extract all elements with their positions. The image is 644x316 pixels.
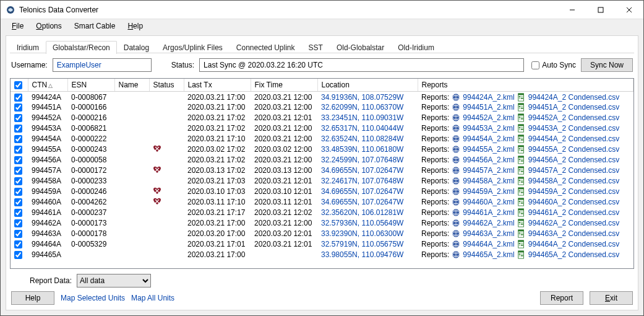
row-checkbox[interactable]: [14, 114, 22, 122]
col-header-checkbox[interactable]: [11, 79, 28, 92]
location-link[interactable]: 33.48539N, 110.06180W: [321, 145, 403, 154]
csv-link[interactable]: 994461A_2 Condensed.csv: [528, 208, 619, 217]
csv-link[interactable]: 994455A_2 Condensed.csv: [528, 145, 619, 154]
location-link[interactable]: 32.57919N, 110.05675W: [321, 240, 403, 248]
location-link[interactable]: 34.69655N, 107.02647W: [321, 166, 403, 175]
tab-old-iridium[interactable]: Old-Iridium: [391, 41, 441, 54]
location-link[interactable]: 32.24617N, 107.07648W: [321, 177, 403, 185]
location-link[interactable]: 34.69655N, 107.02647W: [321, 198, 403, 206]
menu-options[interactable]: Options: [30, 20, 67, 32]
row-checkbox[interactable]: [14, 198, 22, 206]
table-row[interactable]: 994456A0-00000582020.03.21 17:022020.03.…: [11, 155, 633, 165]
tab-old-globalstar[interactable]: Old-Globalstar: [330, 41, 391, 54]
tab-datalog[interactable]: Datalog: [117, 41, 156, 54]
row-checkbox[interactable]: [14, 177, 22, 185]
map-selected-units-link[interactable]: Map Selected Units: [61, 294, 125, 302]
table-row[interactable]: 994462A0-00001732020.03.21 17:002020.03.…: [11, 218, 633, 229]
help-button[interactable]: Help: [11, 291, 54, 305]
csv-link[interactable]: 994463A_2 Condensed.csv: [528, 229, 619, 238]
csv-link[interactable]: 994465A_2 Condensed.csv: [528, 250, 619, 259]
col-header-esn[interactable]: ESN: [67, 79, 114, 92]
table-row[interactable]: 994451A0-00001662020.03.21 17:002020.03.…: [11, 102, 633, 113]
kml-link[interactable]: 994457A_2.kml: [463, 166, 514, 175]
table-row[interactable]: 994454A0-00002222020.03.21 17:102020.03.…: [11, 134, 633, 144]
table-row[interactable]: 994452A0-00002162020.03.21 17:022020.03.…: [11, 113, 633, 123]
autosync-checkbox[interactable]: [531, 61, 539, 69]
row-checkbox[interactable]: [14, 251, 22, 259]
row-checkbox[interactable]: [14, 188, 22, 196]
csv-link[interactable]: 994464A_2 Condensed.csv: [528, 240, 619, 248]
username-link[interactable]: ExampleUser: [57, 61, 101, 69]
table-row[interactable]: 994461A0-00002372020.03.21 17:172020.03.…: [11, 208, 633, 218]
csv-link[interactable]: 994452A_2 Condensed.csv: [528, 113, 619, 122]
row-checkbox[interactable]: [14, 156, 22, 164]
table-row[interactable]: 994453A0-00068212020.03.21 17:022020.03.…: [11, 123, 633, 134]
kml-link[interactable]: 994459A_2.kml: [463, 187, 514, 196]
row-checkbox[interactable]: [14, 146, 22, 154]
kml-link[interactable]: 994453A_2.kml: [463, 124, 514, 133]
col-header-reports[interactable]: Reports: [418, 79, 633, 92]
table-row[interactable]: 994455A0-00002432020.03.02 17:022020.03.…: [11, 144, 633, 155]
map-all-units-link[interactable]: Map All Units: [131, 294, 174, 302]
kml-link[interactable]: 994452A_2.kml: [463, 113, 514, 122]
table-row[interactable]: 994460A0-00042622020.03.11 17:102020.03.…: [11, 197, 633, 208]
csv-link[interactable]: 994456A_2 Condensed.csv: [528, 156, 619, 164]
maximize-button[interactable]: [586, 1, 615, 19]
col-header-status[interactable]: Status: [149, 79, 184, 92]
sync-now-button[interactable]: Sync Now: [581, 58, 633, 72]
tab-globalstar-recon[interactable]: Globalstar/Recon: [46, 41, 117, 54]
table-row[interactable]: 994458A0-00002332020.03.21 17:032020.03.…: [11, 176, 633, 187]
col-header-location[interactable]: Location: [317, 79, 418, 92]
csv-link[interactable]: 994459A_2 Condensed.csv: [528, 187, 619, 196]
col-header-lasttx[interactable]: Last Tx: [184, 79, 251, 92]
table-row[interactable]: 994424A0-00080672020.03.21 17:002020.03.…: [11, 92, 633, 102]
select-all-checkbox[interactable]: [14, 81, 22, 89]
report-data-select[interactable]: All data: [77, 274, 151, 287]
tab-sst[interactable]: SST: [302, 41, 330, 54]
csv-link[interactable]: 994453A_2 Condensed.csv: [528, 124, 619, 133]
kml-link[interactable]: 994454A_2.kml: [463, 134, 514, 143]
tab-connected-uplink[interactable]: Connected Uplink: [230, 41, 302, 54]
location-link[interactable]: 32.57936N, 110.05649W: [321, 219, 403, 227]
row-checkbox[interactable]: [14, 94, 22, 102]
location-link[interactable]: 32.63524N, 110.08284W: [321, 134, 403, 143]
csv-link[interactable]: 994458A_2 Condensed.csv: [528, 177, 619, 185]
tab-iridium[interactable]: Iridium: [10, 41, 46, 54]
kml-link[interactable]: 994461A_2.kml: [463, 208, 514, 217]
location-link[interactable]: 33.98055N, 110.09476W: [321, 250, 403, 259]
row-checkbox[interactable]: [14, 230, 22, 238]
location-link[interactable]: 32.65317N, 110.04044W: [321, 124, 403, 133]
location-link[interactable]: 34.91936N, 108.07529W: [321, 93, 403, 102]
kml-link[interactable]: 994456A_2.kml: [463, 156, 514, 164]
row-checkbox[interactable]: [14, 135, 22, 143]
col-header-ctn[interactable]: CTN△: [28, 79, 67, 92]
row-checkbox[interactable]: [14, 219, 22, 227]
location-link[interactable]: 32.35620N, 106.01281W: [321, 208, 403, 217]
table-row[interactable]: 994463A0-00001782020.03.20 17:002020.03.…: [11, 229, 633, 239]
csv-link[interactable]: 994424A_2 Condensed.csv: [528, 93, 619, 102]
kml-link[interactable]: 994464A_2.kml: [463, 240, 514, 248]
kml-link[interactable]: 994463A_2.kml: [463, 229, 514, 238]
csv-link[interactable]: 994454A_2 Condensed.csv: [528, 134, 619, 143]
kml-link[interactable]: 994465A_2.kml: [463, 250, 514, 259]
menu-file[interactable]: File: [6, 20, 30, 32]
row-checkbox[interactable]: [14, 240, 22, 248]
csv-link[interactable]: 994451A_2 Condensed.csv: [528, 103, 619, 112]
kml-link[interactable]: 994462A_2.kml: [463, 219, 514, 227]
col-header-fixtime[interactable]: Fix Time: [251, 79, 317, 92]
location-link[interactable]: 32.62099N, 110.06370W: [321, 103, 403, 112]
kml-link[interactable]: 994451A_2.kml: [463, 103, 514, 112]
tab-argos-uplink-files[interactable]: Argos/Uplink Files: [156, 41, 230, 54]
close-button[interactable]: [615, 1, 643, 19]
table-row[interactable]: 994459A0-00002462020.03.10 17:032020.03.…: [11, 187, 633, 197]
table-row[interactable]: 994464A0-00053292020.03.21 17:012020.03.…: [11, 239, 633, 250]
menu-help[interactable]: Help: [121, 20, 149, 32]
kml-link[interactable]: 994458A_2.kml: [463, 177, 514, 185]
kml-link[interactable]: 994424A_2.kml: [463, 93, 514, 102]
exit-button[interactable]: Exit: [590, 291, 633, 305]
row-checkbox[interactable]: [14, 103, 22, 112]
row-checkbox[interactable]: [14, 209, 22, 217]
location-link[interactable]: 33.92390N, 110.06300W: [321, 229, 403, 238]
table-row[interactable]: 994457A0-00001722020.03.13 17:022020.03.…: [11, 165, 633, 176]
autosync-checkbox-wrap[interactable]: Auto Sync: [531, 61, 576, 69]
